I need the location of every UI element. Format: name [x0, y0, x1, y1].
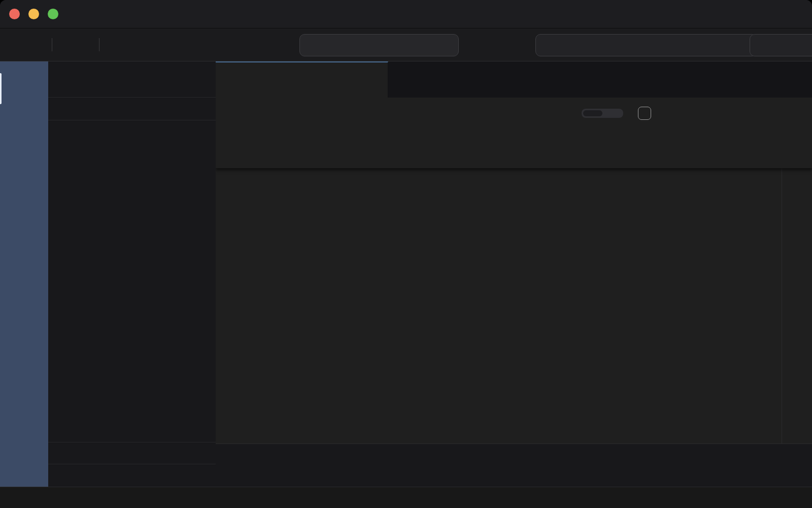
workspace-selector[interactable] — [750, 34, 812, 56]
check-icon — [640, 109, 649, 117]
activity-explorer[interactable] — [0, 66, 48, 112]
quarto-file-icon — [227, 75, 238, 86]
status-bar — [0, 487, 812, 508]
titlebar-layout-actions — [692, 0, 786, 28]
panel-layout-icon[interactable] — [783, 459, 795, 471]
chevron-right-icon — [56, 105, 64, 113]
chevron-right-icon — [56, 450, 64, 458]
top-toolbar — [0, 28, 812, 61]
minimize-window-button[interactable] — [28, 9, 39, 19]
files-icon — [16, 80, 33, 98]
problems-status[interactable] — [8, 492, 44, 503]
chevron-down-icon — [56, 128, 64, 136]
outline-tree — [48, 143, 216, 442]
customize-layout-icon[interactable] — [692, 8, 705, 21]
activity-run-debug[interactable] — [0, 204, 48, 250]
activity-extensions[interactable] — [0, 250, 48, 297]
sidebar-section-examples[interactable] — [48, 97, 216, 120]
toggle-left-sidebar-icon[interactable] — [719, 8, 732, 21]
sidebar-section-quarto-help[interactable] — [48, 464, 216, 487]
render-on-save-checkbox[interactable] — [638, 107, 651, 120]
breadcrumb — [216, 129, 812, 150]
account-icon — [16, 405, 33, 422]
editor-tab-bar — [216, 61, 812, 98]
toolbar-separator — [99, 38, 99, 51]
traffic-lights — [9, 9, 58, 19]
editor-more-actions-icon[interactable] — [786, 107, 798, 119]
new-button[interactable] — [10, 36, 47, 54]
tab-article-layout-qmd[interactable] — [216, 61, 388, 98]
workspace-folder-icon — [758, 39, 770, 51]
code-editor[interactable] — [216, 150, 812, 443]
open-dropdown-caret-icon — [83, 41, 90, 48]
nav-history-group — [164, 39, 202, 51]
activity-account[interactable] — [0, 390, 48, 436]
search-dropdown-chevron-icon[interactable] — [443, 41, 451, 49]
preview-button[interactable] — [671, 107, 688, 119]
close-panel-icon[interactable] — [755, 460, 766, 471]
sidebar-section-timeline[interactable] — [48, 442, 216, 465]
source-visual-toggle — [582, 109, 623, 118]
save-button[interactable] — [105, 35, 124, 54]
save-icon — [108, 38, 121, 51]
mode-source-button[interactable] — [583, 110, 602, 116]
outline-header-actions — [175, 126, 208, 137]
publish-icon[interactable] — [703, 107, 716, 120]
activity-bar — [0, 61, 48, 487]
open-in-new-window-icon[interactable] — [759, 107, 771, 119]
activity-search[interactable] — [0, 112, 48, 158]
app-window — [0, 0, 812, 508]
mode-visual-button[interactable] — [602, 110, 622, 116]
editor-action-bar — [216, 98, 812, 129]
explorer-header — [48, 61, 216, 97]
panel-more-tabs-icon[interactable] — [253, 460, 263, 470]
toggle-right-sidebar-icon[interactable] — [772, 8, 786, 21]
collapse-all-icon[interactable] — [175, 126, 186, 137]
open-folder-icon — [61, 39, 74, 51]
search-icon — [371, 40, 382, 50]
error-icon — [8, 492, 19, 503]
extensions-icon — [16, 265, 33, 282]
new-icon — [14, 39, 26, 51]
editor-group — [216, 61, 812, 487]
chevron-right-icon — [56, 471, 64, 480]
status-bar-right — [662, 491, 804, 504]
sticky-scroll-line[interactable] — [216, 150, 812, 168]
toolbar-left-group — [10, 28, 202, 60]
minimize-panel-icon[interactable] — [698, 459, 710, 471]
preview-icon — [671, 107, 683, 119]
new-console-icon[interactable] — [670, 459, 682, 471]
source-control-icon — [16, 173, 33, 190]
open-button[interactable] — [57, 36, 94, 54]
activity-settings[interactable] — [0, 436, 48, 483]
assistant-icon[interactable] — [760, 491, 773, 504]
navigate-forward-icon[interactable] — [190, 39, 202, 51]
close-window-button[interactable] — [9, 9, 20, 19]
warning-icon — [28, 492, 40, 503]
new-dropdown-caret-icon — [36, 41, 43, 48]
explorer-more-actions-icon[interactable] — [193, 74, 205, 85]
activity-bar-bottom — [0, 390, 48, 483]
zoom-window-button[interactable] — [48, 9, 58, 19]
navigate-back-icon[interactable] — [164, 39, 177, 51]
activity-source-control[interactable] — [0, 158, 48, 204]
toggle-bottom-panel-icon[interactable] — [746, 8, 759, 21]
toolbar-separator — [52, 38, 52, 51]
window-title — [101, 0, 680, 28]
run-debug-icon — [16, 219, 33, 236]
python-logo-icon — [544, 39, 557, 52]
notifications-bell-icon[interactable] — [792, 492, 804, 504]
sidebar — [48, 61, 216, 487]
more-icon — [17, 313, 31, 327]
outline-more-actions-icon[interactable] — [196, 126, 208, 137]
split-editor-icon[interactable] — [731, 107, 744, 120]
activity-more[interactable] — [0, 297, 48, 343]
editor-scrollbar-gutter[interactable] — [782, 150, 782, 443]
close-tab-icon[interactable] — [370, 75, 381, 85]
interpreter-selector[interactable] — [535, 34, 757, 56]
save-all-button[interactable] — [131, 35, 150, 54]
search-icon — [16, 126, 33, 144]
sidebar-section-outline[interactable] — [48, 120, 216, 143]
search-input[interactable] — [299, 34, 459, 56]
restore-panel-icon[interactable] — [727, 459, 739, 471]
